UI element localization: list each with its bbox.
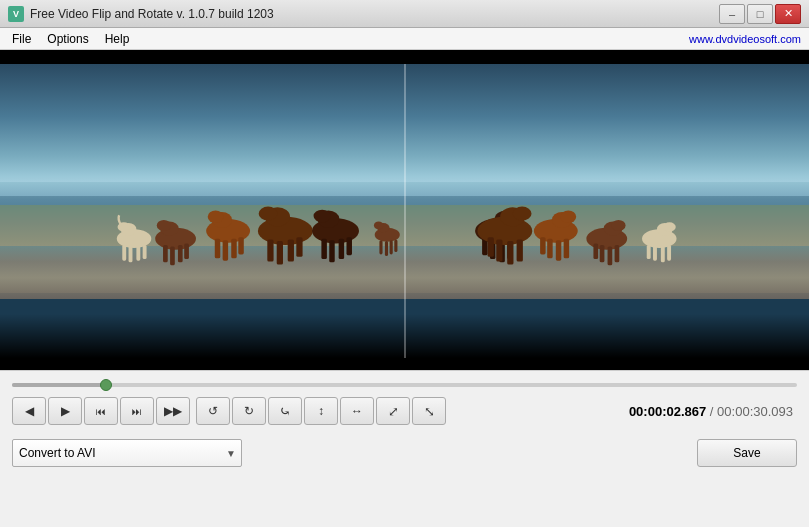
time-current: 00:00:02.867 — [629, 404, 706, 419]
svg-rect-23 — [267, 239, 273, 261]
svg-rect-32 — [339, 238, 344, 258]
controls-area: ◀ ▶ ⏮ ⏭ ▶▶ ↺ ↻ ⤿ — [0, 370, 809, 435]
svg-rect-33 — [346, 237, 351, 255]
transform-group: ↺ ↻ ⤿ ↕ ↔ ⤢ ⤡ — [196, 397, 446, 425]
rotate-cw-button[interactable]: ↻ — [232, 397, 266, 425]
back-icon: ◀ — [25, 404, 34, 418]
svg-rect-52 — [556, 240, 561, 260]
video-frame — [0, 64, 809, 358]
seek-bar-track[interactable] — [12, 383, 797, 387]
svg-rect-60 — [600, 245, 605, 262]
menu-file[interactable]: File — [4, 30, 39, 48]
svg-rect-4 — [136, 245, 140, 261]
svg-rect-54 — [540, 237, 545, 254]
svg-rect-3 — [129, 245, 133, 262]
prev-frame-icon: ⏮ — [96, 406, 106, 417]
convert-select[interactable]: Convert to AVI Convert to MP4 Convert to… — [12, 439, 242, 467]
rotate-ccw-button[interactable]: ↺ — [196, 397, 230, 425]
play-button[interactable]: ▶ — [48, 397, 82, 425]
forward-button[interactable]: ▶▶ — [156, 397, 190, 425]
seek-bar-thumb[interactable] — [100, 379, 112, 391]
svg-rect-61 — [593, 243, 598, 259]
window-title: Free Video Flip and Rotate v. 1.0.7 buil… — [30, 7, 719, 21]
seek-bar-progress — [12, 383, 106, 387]
minimize-button[interactable]: – — [719, 4, 745, 24]
svg-point-20 — [208, 210, 224, 223]
svg-rect-2 — [122, 245, 126, 261]
menu-help[interactable]: Help — [97, 30, 138, 48]
svg-rect-24 — [277, 241, 283, 265]
flip-horizontal-button[interactable]: ↔ — [340, 397, 374, 425]
svg-point-48 — [513, 206, 532, 220]
svg-point-76 — [374, 221, 383, 229]
close-button[interactable]: ✕ — [775, 4, 801, 24]
svg-rect-66 — [661, 245, 665, 262]
svg-rect-47 — [488, 237, 494, 257]
flip-vertical-icon: ↕ — [318, 404, 324, 418]
rotate-180-button[interactable]: ⤿ — [268, 397, 302, 425]
rotate-ccw-icon: ↺ — [208, 404, 218, 418]
crop-tl-icon: ⤢ — [388, 404, 399, 419]
save-button[interactable]: Save — [697, 439, 797, 467]
svg-point-27 — [259, 206, 278, 220]
svg-rect-44 — [517, 239, 523, 261]
video-scene — [0, 50, 809, 370]
svg-rect-5 — [143, 245, 147, 259]
crop-br-button[interactable]: ⤡ — [412, 397, 446, 425]
svg-rect-75 — [394, 239, 397, 252]
svg-point-62 — [611, 220, 625, 231]
svg-rect-53 — [547, 238, 552, 258]
svg-rect-19 — [238, 237, 243, 254]
seek-bar-container[interactable] — [12, 377, 797, 393]
svg-rect-12 — [184, 243, 189, 259]
time-separator: / — [710, 404, 717, 419]
next-frame-icon: ⏭ — [132, 406, 142, 417]
svg-rect-58 — [615, 245, 620, 262]
prev-frame-button[interactable]: ⏮ — [84, 397, 118, 425]
svg-rect-18 — [231, 238, 236, 258]
menu-bar: File Options Help www.dvdvideosoft.com — [0, 28, 809, 50]
svg-rect-72 — [379, 240, 382, 254]
time-display: 00:00:02.867 / 00:00:30.093 — [452, 404, 797, 419]
video-preview — [0, 50, 809, 370]
video-divider — [404, 64, 406, 358]
svg-rect-17 — [223, 240, 228, 260]
flip-vertical-button[interactable]: ↕ — [304, 397, 338, 425]
svg-rect-30 — [321, 238, 326, 258]
svg-point-55 — [561, 210, 577, 223]
svg-point-34 — [314, 209, 331, 222]
website-link[interactable]: www.dvdvideosoft.com — [689, 33, 801, 45]
svg-rect-51 — [564, 238, 569, 258]
svg-rect-67 — [653, 245, 657, 261]
svg-rect-26 — [296, 237, 302, 257]
app-icon: V — [8, 6, 24, 22]
maximize-button[interactable]: □ — [747, 4, 773, 24]
svg-rect-31 — [329, 240, 334, 262]
svg-rect-74 — [390, 240, 393, 254]
convert-select-wrapper: Convert to AVI Convert to MP4 Convert to… — [12, 439, 242, 467]
forward-icon: ▶▶ — [164, 404, 182, 418]
svg-rect-11 — [178, 245, 183, 262]
back-button[interactable]: ◀ — [12, 397, 46, 425]
next-frame-button[interactable]: ⏭ — [120, 397, 154, 425]
svg-rect-45 — [507, 241, 513, 265]
time-total: 00:00:30.093 — [717, 404, 793, 419]
svg-rect-10 — [170, 246, 175, 265]
app-icon-text: V — [13, 9, 19, 19]
playback-group: ◀ ▶ ⏮ ⏭ ▶▶ — [12, 397, 190, 425]
crop-tl-button[interactable]: ⤢ — [376, 397, 410, 425]
svg-rect-9 — [163, 245, 168, 262]
svg-rect-73 — [385, 241, 388, 256]
svg-rect-46 — [496, 239, 502, 261]
play-icon: ▶ — [61, 404, 70, 418]
menu-options[interactable]: Options — [39, 30, 96, 48]
svg-rect-16 — [215, 238, 220, 258]
title-bar: V Free Video Flip and Rotate v. 1.0.7 bu… — [0, 0, 809, 28]
flip-horizontal-icon: ↔ — [351, 404, 363, 418]
svg-point-13 — [157, 220, 171, 231]
svg-rect-68 — [647, 245, 651, 259]
rotate-cw-icon: ↻ — [244, 404, 254, 418]
rotate-180-icon: ⤿ — [279, 403, 291, 419]
bottom-bar: Convert to AVI Convert to MP4 Convert to… — [0, 435, 809, 471]
crop-br-icon: ⤡ — [424, 404, 435, 419]
